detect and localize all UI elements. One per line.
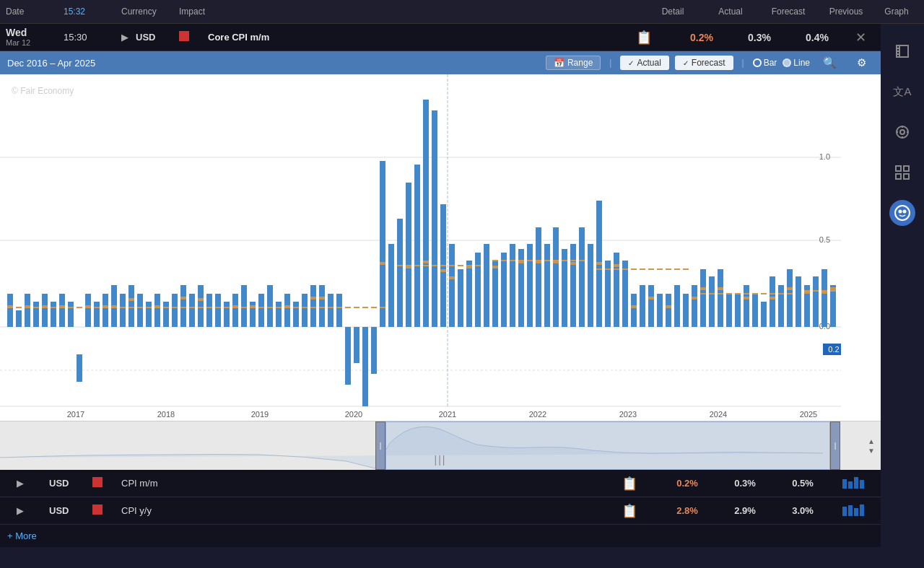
radio-icon-button[interactable] — [889, 119, 915, 145]
svg-rect-80 — [527, 244, 533, 327]
cpi-yy-expand[interactable]: ▶ — [6, 505, 35, 516]
svg-rect-66 — [406, 183, 411, 327]
event-day: Wed — [6, 27, 64, 39]
svg-rect-60 — [354, 327, 359, 363]
cpi-mm-expand[interactable]: ▶ — [6, 478, 35, 489]
range-button[interactable]: 📅 Range — [546, 56, 601, 70]
event-impact — [179, 31, 208, 43]
svg-rect-149 — [700, 287, 706, 290]
svg-text:2024: 2024 — [710, 410, 727, 419]
header-forecast: Forecast — [759, 6, 817, 17]
translate-icon-button[interactable]: 文A — [889, 79, 915, 105]
svg-rect-133 — [406, 266, 411, 268]
cpi-mm-graph[interactable] — [832, 476, 875, 491]
svg-rect-33 — [120, 294, 126, 327]
svg-rect-62 — [371, 327, 377, 374]
svg-rect-148 — [692, 297, 697, 300]
svg-rect-132 — [380, 262, 385, 265]
svg-rect-39 — [172, 294, 178, 327]
header-currency: Currency — [121, 6, 179, 17]
svg-rect-51 — [276, 302, 282, 327]
scroll-arrows[interactable]: ▲ ▼ — [868, 421, 875, 470]
header-row: Date 15:32 Currency Impact Detail Actual… — [0, 0, 924, 24]
radio-line[interactable] — [783, 58, 791, 67]
svg-rect-142 — [570, 262, 576, 265]
svg-rect-36 — [146, 302, 152, 327]
grid-icon-button[interactable] — [889, 160, 915, 185]
impact-red-square — [179, 31, 189, 41]
svg-point-171 — [895, 206, 910, 220]
scroll-handle-right[interactable]: | — [830, 421, 840, 470]
header-detail: Detail — [644, 6, 702, 17]
svg-rect-106 — [752, 294, 758, 327]
cpi-mm-forecast: 0.3% — [716, 478, 774, 489]
minimap[interactable]: | | ||| ▲ ▼ — [0, 421, 881, 470]
svg-rect-123 — [128, 298, 134, 301]
svg-rect-113 — [813, 276, 819, 327]
svg-rect-28 — [77, 354, 82, 382]
radio-bar[interactable] — [753, 58, 762, 67]
svg-rect-61 — [362, 327, 368, 406]
svg-rect-146 — [648, 297, 654, 300]
close-button[interactable]: ✕ — [846, 30, 875, 45]
bar-chart-svg: 1.0 0.5 0.0 2017 2018 2019 2020 2021 202… — [0, 74, 841, 421]
svg-rect-140 — [536, 261, 541, 263]
svg-rect-99 — [692, 285, 697, 327]
svg-rect-150 — [718, 287, 723, 290]
scroll-handle-left[interactable]: | — [375, 421, 385, 470]
header-date: Date — [6, 6, 64, 17]
cpi-yy-graph-icon — [842, 503, 864, 516]
cpi-mm-detail[interactable]: 📋 — [601, 476, 658, 491]
search-chart-button[interactable]: 🔍 — [816, 55, 844, 71]
actual-toggle[interactable]: ✓ Actual — [620, 56, 668, 70]
svg-rect-68 — [423, 100, 429, 327]
detail-icon[interactable]: 📋 — [636, 30, 652, 45]
header-time[interactable]: 15:32 — [64, 6, 121, 17]
forecast-label: Forecast — [692, 58, 725, 68]
chart-wrapper: Dec 2016 – Apr 2025 📅 Range | ✓ Actual ✓… — [0, 51, 881, 470]
cpi-yy-graph[interactable] — [832, 503, 875, 518]
expand-icon[interactable]: ▶ — [121, 32, 136, 43]
svg-rect-170 — [904, 174, 909, 179]
svg-rect-151 — [744, 297, 749, 300]
svg-rect-31 — [103, 294, 108, 327]
cpi-mm-graph-icon — [842, 476, 864, 489]
svg-rect-145 — [631, 305, 637, 308]
svg-rect-131 — [319, 297, 325, 300]
cpi-yy-detail[interactable]: 📋 — [601, 503, 658, 519]
cpi-yy-impact — [92, 504, 121, 517]
svg-rect-37 — [154, 294, 160, 327]
svg-rect-87 — [588, 244, 593, 327]
svg-rect-114 — [821, 269, 827, 327]
event-detail[interactable]: 📋 — [615, 30, 673, 45]
book-icon-button[interactable] — [889, 38, 915, 64]
svg-point-165 — [897, 126, 908, 138]
svg-rect-109 — [778, 285, 784, 327]
svg-rect-108 — [770, 276, 775, 327]
svg-rect-73 — [466, 261, 472, 327]
svg-rect-95 — [657, 294, 663, 327]
event-name: Core CPI m/m — [208, 32, 615, 43]
main-event-row: Wed Mar 12 15:30 ▶ USD Core CPI m/m 📋 0.… — [0, 24, 881, 51]
svg-rect-107 — [761, 302, 767, 327]
forecast-toggle[interactable]: ✓ Forecast — [675, 56, 733, 70]
svg-rect-90 — [614, 253, 619, 327]
settings-chart-button[interactable]: ⚙ — [850, 55, 873, 71]
svg-rect-21 — [16, 310, 22, 327]
more-link[interactable]: + More — [0, 525, 881, 547]
cpi-mm-detail-icon[interactable]: 📋 — [622, 476, 637, 491]
line-radio-label[interactable]: Line — [783, 58, 810, 68]
svg-text:0.5: 0.5 — [819, 235, 830, 244]
svg-rect-27 — [68, 302, 74, 327]
svg-rect-117 — [25, 305, 30, 308]
scroll-active-region[interactable] — [385, 421, 830, 470]
face-icon-button[interactable] — [889, 200, 915, 226]
cpi-yy-row: ▶ USD CPI y/y 📋 2.8% 2.9% 3.0% — [0, 497, 881, 525]
bottom-rows: ▶ USD CPI m/m 📋 0.2% 0.3% 0.5% — [0, 470, 881, 547]
svg-rect-110 — [787, 269, 793, 327]
bar-radio-label[interactable]: Bar — [753, 58, 777, 68]
cpi-yy-detail-icon[interactable]: 📋 — [622, 504, 637, 518]
svg-rect-49 — [258, 294, 264, 327]
svg-rect-29 — [85, 294, 91, 327]
svg-rect-168 — [904, 166, 909, 171]
